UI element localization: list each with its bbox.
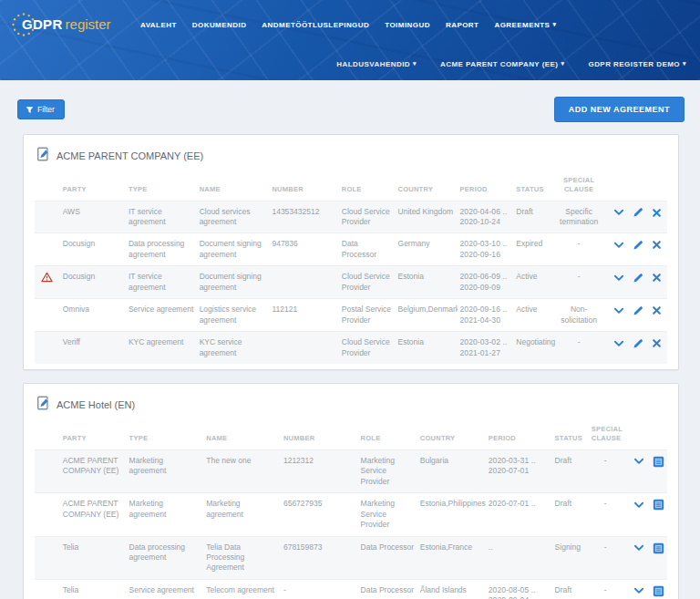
brand-logo[interactable]: GDPRregister <box>11 10 120 39</box>
cell-period: 2020-06-09 .. 2020-09-09 <box>458 266 514 299</box>
view-log-button[interactable] <box>653 585 664 597</box>
edit-agreement-button[interactable] <box>633 207 643 218</box>
page-content: Filter ADD NEW AGREEMENT ACME PARENT COM… <box>0 80 700 599</box>
cell-country: Estonia <box>396 332 458 364</box>
agreement-card: ACME PARENT COMPANY (EE)PARTYTYPENAMENUM… <box>23 134 679 370</box>
delete-icon <box>652 305 662 318</box>
toolbar: Filter ADD NEW AGREEMENT <box>17 97 685 122</box>
cell-actions <box>623 579 667 599</box>
expand-row-button[interactable] <box>613 207 624 218</box>
table-header-row: PARTYTYPENAMENUMBERROLECOUNTRYPERIODSTAT… <box>35 416 667 449</box>
cell-period: 2020-03-02 .. 2021-01-27 <box>458 332 514 364</box>
column-header: STATUS <box>552 416 589 449</box>
cell-country: Estonia,Philippines <box>417 493 486 536</box>
caret-down-icon: ▾ <box>561 60 565 67</box>
cell-period: 2020-03-10 .. 2020-09-16 <box>458 233 514 266</box>
expand-row-button[interactable] <box>613 338 624 349</box>
nav-item-andmet-tluslepingud[interactable]: ANDMETÖÖTLUSLEPINGUD <box>262 21 369 29</box>
cell-name: The new one <box>203 449 281 492</box>
edit-agreement-button[interactable] <box>633 305 643 316</box>
delete-agreement-button[interactable] <box>652 240 662 250</box>
column-header: PARTY <box>60 167 126 201</box>
section-title: ACME PARENT COMPANY (EE) <box>57 150 203 161</box>
cell-actions <box>602 266 667 299</box>
edit-agreement-button[interactable] <box>633 273 643 284</box>
eu-stars-icon <box>10 11 37 38</box>
view-log-button[interactable] <box>653 499 664 511</box>
delete-agreement-button[interactable] <box>652 208 662 218</box>
nav-item-dokumendid[interactable]: DOKUMENDID <box>192 21 247 29</box>
add-new-agreement-button[interactable]: ADD NEW AGREEMENT <box>554 97 685 122</box>
account-menu-item-label: HALDUSVAHENDID <box>336 60 410 68</box>
filter-button[interactable]: Filter <box>17 99 65 119</box>
delete-icon <box>652 207 662 221</box>
filter-button-label: Filter <box>37 105 55 114</box>
cell-role: Postal Service Provider <box>339 299 396 332</box>
cell-special-clause: Non-solicitation <box>555 299 602 332</box>
edit-agreement-button[interactable] <box>633 240 643 251</box>
cell-country: Estonia <box>396 266 458 299</box>
delete-agreement-button[interactable] <box>652 338 662 348</box>
chevron-down-icon <box>633 456 644 470</box>
delete-icon <box>652 239 662 253</box>
expand-row-button[interactable] <box>633 542 644 553</box>
expand-row-button[interactable] <box>633 500 644 511</box>
cell-type: Marketing agreement <box>127 449 204 492</box>
chevron-down-icon <box>633 585 644 599</box>
view-log-button[interactable] <box>653 542 664 554</box>
agreement-row: TeliaData processing agreementTelia Data… <box>35 536 667 579</box>
delete-agreement-button[interactable] <box>652 273 662 283</box>
column-header: ROLE <box>358 416 417 449</box>
cell-party: Omniva <box>60 299 126 332</box>
cell-actions <box>602 233 667 266</box>
nav-item-raport[interactable]: RAPORT <box>446 21 479 29</box>
account-menu-item-gdpr-register-demo[interactable]: GDPR REGISTER DEMO▾ <box>588 60 686 68</box>
agreement-row: OmnivaService agreementLogistics service… <box>35 299 667 332</box>
expand-row-button[interactable] <box>613 273 624 284</box>
cell-special-clause: - <box>589 536 623 579</box>
cell-period: 2020-09-16 .. 2021-04-30 <box>458 299 514 332</box>
cell-warning <box>35 201 60 233</box>
cell-party: AWS <box>60 201 126 233</box>
cell-role: Data Processor <box>358 579 417 599</box>
column-header: COUNTRY <box>417 416 486 449</box>
expand-row-button[interactable] <box>613 240 624 251</box>
column-header: NAME <box>203 416 281 449</box>
expand-row-button[interactable] <box>613 305 624 316</box>
expand-row-button[interactable] <box>633 456 644 467</box>
cell-actions <box>623 536 667 579</box>
column-header: NUMBER <box>269 167 338 201</box>
cell-warning <box>35 299 60 332</box>
cell-name: KYC service agreement <box>197 332 270 364</box>
edit-icon <box>633 338 643 352</box>
chevron-down-icon <box>613 240 624 253</box>
account-menu-item-haldusvahendid[interactable]: HALDUSVAHENDID▾ <box>336 60 417 68</box>
agreements-table: PARTYTYPENAMENUMBERROLECOUNTRYPERIODSTAT… <box>35 167 667 364</box>
edit-icon <box>633 305 643 319</box>
nav-item-agreements[interactable]: AGREEMENTS▾ <box>494 21 556 29</box>
cell-status: Negotiating <box>513 332 555 364</box>
nav-item-toimingud[interactable]: TOIMINGUD <box>385 21 430 29</box>
agreement-sections: ACME PARENT COMPANY (EE)PARTYTYPENAMENUM… <box>16 134 685 599</box>
agreement-row: ACME PARENT COMPANY (EE)Marketing agreem… <box>35 449 667 492</box>
header-warning-col <box>35 416 60 449</box>
cell-party: Docusign <box>60 266 126 299</box>
cell-special-clause: - <box>589 579 623 599</box>
cell-number: - <box>281 579 358 599</box>
view-log-button[interactable] <box>653 456 664 468</box>
cell-party: ACME PARENT COMPANY (EE) <box>60 493 127 536</box>
cell-type: Service agreement <box>126 299 197 332</box>
cell-actions <box>602 299 667 332</box>
expand-row-button[interactable] <box>633 585 644 596</box>
cell-type: Service agreement <box>127 579 204 599</box>
cell-type: KYC agreement <box>126 332 197 364</box>
agreement-row: AWSIT service agreementCloud services ag… <box>35 201 667 233</box>
cell-role: Cloud Service Provider <box>339 332 396 364</box>
account-menu-item-acme-parent-company-ee[interactable]: ACME PARENT COMPANY (EE)▾ <box>440 60 564 68</box>
cell-type: Data processing agreement <box>127 536 204 579</box>
edit-agreement-button[interactable] <box>633 338 643 349</box>
delete-agreement-button[interactable] <box>652 305 662 315</box>
navbar: GDPRregister AVALEHTDOKUMENDIDANDMETÖÖTL… <box>0 0 700 80</box>
nav-item-avaleht[interactable]: AVALEHT <box>140 21 177 29</box>
cell-party: Veriff <box>60 332 126 364</box>
